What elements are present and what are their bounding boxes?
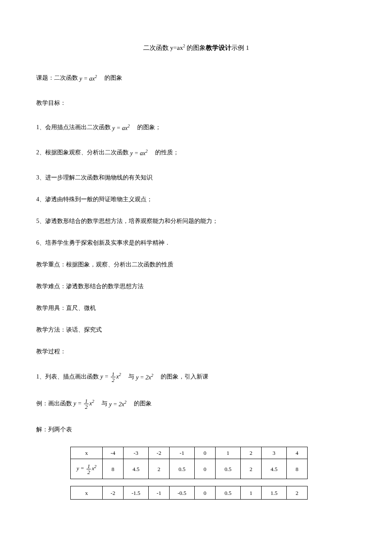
t1-x-2: -2	[149, 447, 170, 459]
process-1: 1、列表、描点画出函数 y = 12x2 与 y = 2x2 的图象，引入新课	[36, 371, 356, 383]
t1-y-6: 2	[241, 459, 262, 479]
goal-1-suffix: 的图象；	[131, 124, 161, 130]
goal-2-prefix: 2、根据图象观察、分析出二次函数	[36, 149, 129, 156]
formula-yax2: y = ax2	[80, 75, 97, 82]
t2-x-1: -1.5	[124, 486, 149, 500]
title-mid: 的图象	[185, 44, 206, 51]
tools: 教学用具：直尺、微机	[36, 304, 356, 312]
topic-suffix: 的图象	[98, 75, 122, 81]
difficulty: 教学难点：渗透数形结合的数学思想方法	[36, 282, 356, 291]
t2-x-2: -1	[149, 486, 170, 500]
t2-x-5: 0.5	[216, 486, 241, 500]
t1-y-0: 8	[103, 459, 124, 479]
formula-2x2: y = 2x2	[136, 374, 153, 381]
goal-2-suffix: 的性质；	[149, 149, 179, 156]
process-heading: 教学过程：	[36, 347, 356, 356]
t1-x-1: -3	[124, 447, 149, 459]
ex-suffix: 的图象	[128, 400, 152, 407]
goal-1-prefix: 1、会用描点法画出二次函数	[36, 124, 111, 130]
t2-x-8: 2	[287, 486, 308, 500]
goal-6: 6、培养学生勇于探索创新及实事求是的科学精神．	[36, 238, 356, 247]
t2-x-6: 1	[241, 486, 262, 500]
page-title: 二次函数 y=ax2 的图象教学设计示例 1	[36, 43, 356, 53]
method: 教学方法：谈话、探究式	[36, 325, 356, 334]
t1-x-8: 4	[287, 447, 308, 459]
formula-yax2-2: y = ax2	[112, 125, 130, 131]
t1-y-4: 0	[195, 459, 216, 479]
proc1-mid: 与	[122, 373, 134, 380]
title-prefix: 二次函数 y=ax	[143, 44, 183, 51]
table-1: x -4 -3 -2 -1 0 1 2 3 4 y = 12x2 8 4.5 2…	[70, 447, 308, 480]
formula-half-x2: y = 12x2	[101, 373, 123, 380]
t2-x-7: 1.5	[262, 486, 287, 500]
goal-2: 2、根据图象观察、分析出二次函数 y = ax2 的性质；	[36, 148, 356, 158]
title-bold: 教学设计	[206, 44, 231, 51]
proc1-prefix: 1、列表、描点画出函数	[36, 373, 99, 380]
t1-x-4: 0	[195, 447, 216, 459]
t1-x-label: x	[71, 447, 103, 459]
table-2: x -2 -1.5 -1 -0.5 0 0.5 1 1.5 2	[70, 486, 308, 500]
t1-x-5: 1	[216, 447, 241, 459]
t2-x-3: -0.5	[170, 486, 195, 500]
ex-mid: 与	[95, 400, 107, 407]
topic-line: 课题：二次函数 y = ax2 的图象	[36, 73, 356, 83]
t1-y-2: 2	[149, 459, 170, 479]
t2-x-label: x	[71, 486, 103, 500]
goal-3: 3、进一步理解二次函数和抛物线的有关知识	[36, 173, 356, 182]
goal-4: 4、渗透由特殊到一般的辩证唯物主义观点；	[36, 195, 356, 204]
t1-x-3: -1	[170, 447, 195, 459]
formula-2x2-2: y = 2x2	[109, 401, 127, 408]
solution-line: 解：列两个表	[36, 425, 356, 434]
t1-x-6: 2	[241, 447, 262, 459]
table-1-row-y: y = 12x2 8 4.5 2 0.5 0 0.5 2 4.5 8	[71, 459, 308, 479]
goal-heading: 教学目标：	[36, 98, 356, 107]
formula-half-x2-2: y = 12x2	[74, 400, 96, 407]
t1-y-8: 8	[287, 459, 308, 479]
proc1-suffix: 的图象，引入新课	[155, 373, 208, 380]
key-point: 教学重点：根据图象，观察、分析出二次函数的性质	[36, 260, 356, 269]
t1-y-label: y = 12x2	[71, 459, 103, 479]
t1-y-1: 4.5	[124, 459, 149, 479]
t1-x-0: -4	[103, 447, 124, 459]
t1-y-7: 4.5	[262, 459, 287, 479]
example-line: 例：画出函数 y = 12x2 与 y = 2x2 的图象	[36, 398, 356, 410]
table-1-row-x: x -4 -3 -2 -1 0 1 2 3 4	[71, 447, 308, 459]
formula-yax2-3: y = ax2	[130, 150, 148, 156]
t2-x-4: 0	[195, 486, 216, 500]
t1-y-5: 0.5	[216, 459, 241, 479]
t1-x-7: 3	[262, 447, 287, 459]
topic-prefix: 课题：二次函数	[36, 75, 78, 81]
ex-prefix: 例：画出函数	[36, 400, 72, 407]
t2-x-0: -2	[103, 486, 124, 500]
title-suffix: 示例 1	[231, 44, 249, 51]
goal-1: 1、会用描点法画出二次函数 y = ax2 的图象；	[36, 123, 356, 133]
goal-5: 5、渗透数形结合的数学思想方法，培养观察能力和分析问题的能力；	[36, 217, 356, 225]
t1-y-3: 0.5	[170, 459, 195, 479]
table-2-row-x: x -2 -1.5 -1 -0.5 0 0.5 1 1.5 2	[71, 486, 308, 500]
